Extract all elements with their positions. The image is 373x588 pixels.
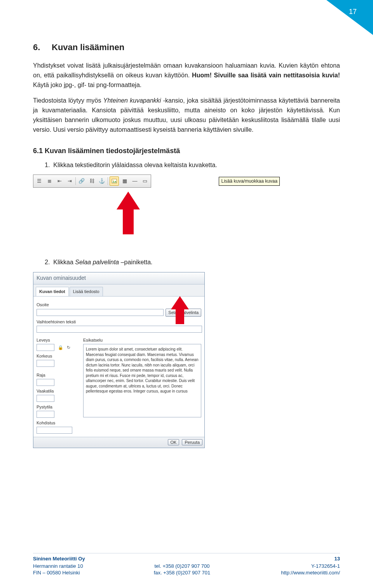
red-arrow-icon [117,192,140,234]
label-height: Korkeus [37,353,79,359]
table-icon: ▦ [120,177,129,185]
heading-6: 6.Kuvan lisääminen [33,41,340,54]
template-icon: ▭ [141,177,149,185]
svg-point-1 [113,180,114,181]
dialog-title: Kuvan ominaisuudet [33,272,204,284]
list-number-icon: ≣ [45,177,54,185]
footer-legal: Y-1732654-1 http://www.meteoriitti.com/ [281,563,340,576]
para1-text-c: Käytä joko jpg-, gif- tai png-formaattej… [33,82,141,88]
heading-title: Kuvan lisääminen [52,42,124,52]
footer-addr2: FIN – 00580 Helsinki [33,569,83,576]
subheading-6-1: 6.1 Kuvan lisääminen tiedostojärjestelmä… [33,146,340,157]
link-icon: 🔗 [77,177,86,185]
figure-toolbar: ☰ ≣ ⇤ ⇥ 🔗 ⛓ ⚓ ▦ — ▭ Lisää kuva [33,174,340,234]
tab-upload[interactable]: Lisää tiedosto [70,287,103,296]
separator [108,177,108,185]
step-2-a: Klikkaa [53,259,75,265]
page-corner [326,0,373,35]
align-select[interactable] [37,427,72,434]
url-input[interactable] [37,309,164,316]
label-vspace: Pystytila [37,404,79,410]
para1-bold: Huom! Sivuille saa lisätä vain nettitaso… [192,72,340,79]
vspace-input[interactable] [37,411,54,418]
footer-page: 13 [335,556,340,562]
footer-url: http://www.meteoriitti.com/ [281,569,340,576]
tooltip-insert-image: Lisää kuva/muokkaa kuvaa [219,177,280,186]
step-1-text: Klikkaa tekstieditorin ylälaidassa oleva… [53,162,217,168]
footer-addr1: Hermannin rantatie 10 [33,563,83,570]
footer-tel: tel. +358 (0)207 907 700 [154,563,211,570]
reset-size-icon[interactable]: ↻ [67,344,70,351]
footer-fax: fax. +358 (0)207 907 701 [154,569,211,576]
step-1: 1. Klikkaa tekstieditorin ylälaidassa ol… [45,161,340,170]
footer-company: Sininen Meteoriitti Oy [33,556,85,562]
para2-a: Tiedostoista löytyy myös [33,97,103,104]
label-preview: Esikatselu [83,337,201,344]
cancel-button[interactable]: Peruuta [182,439,202,445]
alt-input[interactable] [37,326,202,333]
figure-dialog: Kuvan ominaisuudet Kuvan tiedot Lisää ti… [33,272,340,448]
height-input[interactable] [37,360,54,367]
outdent-icon: ⇤ [55,177,64,185]
unlink-icon: ⛓ [87,177,96,185]
ok-button[interactable]: OK [168,439,180,445]
page-footer: Sininen Meteoriitti Oy 13 Hermannin rant… [33,553,340,576]
preview-box: Lorem ipsum dolor sit amet, consectetuer… [83,344,201,417]
tab-image-info[interactable]: Kuvan tiedot [36,287,69,296]
step-2: 2. Klikkaa Selaa palvelinta –painiketta. [45,258,340,267]
anchor-icon: ⚓ [98,177,106,185]
width-input[interactable] [37,344,54,351]
footer-address: Hermannin rantatie 10 FIN – 00580 Helsin… [33,563,83,576]
label-width: Leveys [37,337,79,344]
border-input[interactable] [37,379,54,386]
label-border: Raja [37,372,79,379]
svg-rect-0 [112,179,117,183]
footer-reg: Y-1732654-1 [281,563,340,570]
list-bullet-icon: ☰ [35,177,44,185]
label-hspace: Vaakatila [37,388,79,394]
lock-icon[interactable]: 🔒 [58,344,63,351]
hr-icon: — [131,177,139,185]
paragraph-1: Yhdistykset voivat lisätä julkaisujärjes… [33,61,340,90]
hspace-input[interactable] [37,395,54,402]
footer-phone: tel. +358 (0)207 907 700 fax. +358 (0)20… [154,563,211,576]
label-align: Kohdistus [37,420,79,426]
corner-page-number: 17 [349,8,357,16]
paragraph-2: Tiedostoista löytyy myös Yhteinen kuvapa… [33,96,340,134]
insert-image-icon[interactable] [110,176,119,186]
para2-em: Yhteinen kuvapankki [103,97,161,104]
step-2-em: Selaa palvelinta [75,259,119,265]
heading-number: 6. [33,41,52,54]
step-2-b: –painiketta. [119,259,152,265]
indent-icon: ⇥ [65,177,74,185]
separator [75,177,76,185]
red-arrow-icon [171,296,189,324]
